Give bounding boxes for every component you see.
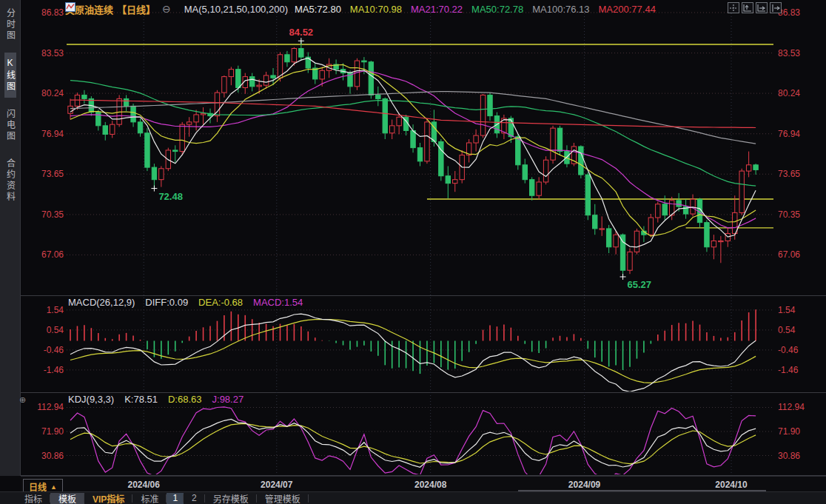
chart-header: 美原油连续 【日线】 ⊖ MA(5,10,21,50,100,200) MA5:… — [65, 2, 656, 16]
symbol-title: 美原油连续 — [65, 2, 113, 16]
svg-text:65.27: 65.27 — [628, 279, 652, 290]
svg-text:1.54: 1.54 — [47, 305, 64, 315]
svg-text:80.24: 80.24 — [778, 88, 800, 98]
svg-text:-1.46: -1.46 — [778, 365, 799, 375]
svg-text:76.94: 76.94 — [778, 129, 800, 139]
macd-head-item-3: MACD:1.54 — [253, 297, 303, 308]
ma-value-3: MA50:72.78 — [471, 4, 523, 15]
bottom-tab-3[interactable]: 标准 — [132, 493, 167, 504]
sidebar-item-1[interactable]: K线图 — [4, 53, 16, 98]
svg-text:0.54: 0.54 — [47, 325, 64, 335]
date-label: 2024/10 — [715, 480, 747, 490]
svg-text:-0.46: -0.46 — [778, 345, 799, 355]
svg-text:73.65: 73.65 — [41, 169, 64, 179]
svg-text:71.90: 71.90 — [778, 426, 800, 437]
period-tag: 【日线】 — [117, 2, 155, 16]
bottom-tab-4[interactable]: 1 — [167, 493, 184, 504]
svg-text:112.94: 112.94 — [778, 402, 805, 412]
sidebar-item-3[interactable]: 合约资料 — [4, 153, 16, 208]
sidebar-item-0[interactable]: 分时图 — [4, 3, 16, 47]
chart-canvas: 86.8386.8383.5383.5380.2480.2476.9476.94… — [0, 0, 826, 504]
chart-type-sidebar: 分时图K线图闪电图合约资料 — [0, 0, 21, 476]
kdj-header: KDJ(9,3,3)K:78.51D:68.63J:98.27 — [68, 394, 244, 405]
svg-text:83.53: 83.53 — [778, 48, 800, 58]
ma-values: MA5:72.80MA10:70.98MA21:70.22MA50:72.78M… — [295, 4, 656, 15]
kdj-head-item-1: K:78.51 — [124, 394, 158, 405]
svg-text:83.53: 83.53 — [41, 48, 64, 58]
scale-up-icon[interactable] — [742, 2, 753, 13]
svg-text:72.48: 72.48 — [158, 191, 183, 202]
macd-header: MACD(26,12,9)DIFF:0.09DEA:-0.68MACD:1.54 — [68, 297, 303, 308]
ma-value-0: MA5:72.80 — [295, 4, 341, 15]
svg-text:84.52: 84.52 — [289, 27, 314, 38]
pan-right-icon[interactable] — [770, 2, 782, 13]
macd-head-item-1: DIFF:0.09 — [145, 297, 188, 308]
svg-text:-1.46: -1.46 — [44, 365, 64, 375]
date-label: 2024/06 — [128, 480, 160, 490]
svg-text:-0.46: -0.46 — [44, 345, 64, 355]
scale-right-icon[interactable] — [756, 2, 768, 13]
bottom-tab-2[interactable]: VIP指标 — [84, 493, 132, 504]
ma-value-2: MA21:70.22 — [411, 4, 463, 15]
svg-text:71.90: 71.90 — [41, 426, 64, 437]
chart-toolbar — [728, 2, 782, 13]
svg-text:70.35: 70.35 — [41, 209, 64, 220]
kdj-head-item-3: J:98.27 — [212, 394, 244, 405]
bottom-tab-1[interactable]: 模板 — [50, 493, 84, 504]
macd-head-item-0: MACD(26,12,9) — [68, 297, 135, 308]
svg-text:67.06: 67.06 — [778, 249, 800, 260]
svg-text:76.94: 76.94 — [41, 129, 64, 139]
svg-text:1.54: 1.54 — [778, 305, 796, 315]
svg-text:80.24: 80.24 — [41, 88, 64, 98]
crosshair-icon[interactable] — [728, 2, 739, 13]
bottom-tab-7[interactable]: 管理模板 — [257, 493, 309, 504]
kdj-head-item-2: D:68.63 — [168, 394, 202, 405]
chevron-up-icon: ▲ — [50, 483, 57, 491]
ma-params-label: MA(5,10,21,50,100,200) — [184, 4, 288, 15]
date-label: 2024/07 — [261, 480, 292, 490]
svg-text:67.06: 67.06 — [41, 249, 64, 260]
svg-text:112.94: 112.94 — [37, 402, 64, 412]
date-axis-row: 日线 ▲ 2024/062024/072024/082024/092024/10 — [21, 476, 826, 491]
svg-text:70.35: 70.35 — [778, 209, 800, 220]
bottom-tab-5[interactable]: 2 — [184, 493, 205, 504]
kdj-head-item-0: KDJ(9,3,3) — [68, 394, 114, 405]
svg-text:86.83: 86.83 — [41, 7, 64, 18]
ma-value-1: MA10:70.98 — [350, 4, 402, 15]
app-window: 86.8386.8383.5383.5380.2480.2476.9476.94… — [0, 0, 826, 504]
bottom-tab-bar: 指标模板VIP指标标准12另存模板管理模板 — [0, 491, 826, 504]
ma-value-5: MA200:77.44 — [599, 4, 656, 15]
bottom-tab-6[interactable]: 另存模板 — [205, 493, 257, 504]
svg-text:30.86: 30.86 — [41, 451, 64, 461]
bottom-tab-0[interactable]: 指标 — [16, 493, 50, 504]
ma-value-4: MA100:76.13 — [532, 4, 589, 15]
macd-head-item-2: DEA:-0.68 — [198, 297, 243, 308]
zoom-out-icon[interactable]: ⊖ — [162, 4, 171, 14]
date-label: 2024/08 — [414, 480, 446, 490]
date-label: 2024/09 — [568, 480, 600, 490]
svg-text:0.54: 0.54 — [778, 325, 796, 335]
kdj-settings-icon[interactable]: ⊕ — [19, 395, 26, 405]
svg-text:30.86: 30.86 — [778, 451, 800, 461]
sidebar-item-2[interactable]: 闪电图 — [4, 104, 16, 147]
svg-text:73.65: 73.65 — [778, 169, 800, 179]
